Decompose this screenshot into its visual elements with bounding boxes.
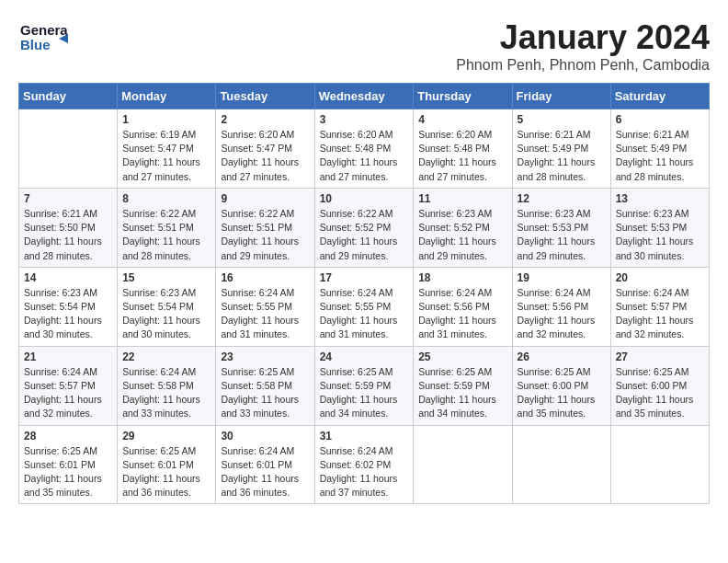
weekday-header-monday: Monday — [118, 84, 216, 109]
day-info: Sunrise: 6:19 AM Sunset: 5:47 PM Dayligh… — [122, 128, 210, 184]
calendar-week-1: 7Sunrise: 6:21 AM Sunset: 5:50 PM Daylig… — [19, 188, 710, 267]
day-info: Sunrise: 6:25 AM Sunset: 6:01 PM Dayligh… — [122, 444, 210, 500]
day-number: 24 — [320, 350, 409, 363]
calendar-cell: 16Sunrise: 6:24 AM Sunset: 5:55 PM Dayli… — [216, 267, 314, 346]
day-info: Sunrise: 6:24 AM Sunset: 5:57 PM Dayligh… — [24, 365, 112, 421]
calendar-week-3: 21Sunrise: 6:24 AM Sunset: 5:57 PM Dayli… — [19, 346, 710, 425]
day-number: 31 — [320, 430, 409, 442]
calendar-cell — [19, 109, 118, 189]
day-info: Sunrise: 6:25 AM Sunset: 6:01 PM Dayligh… — [24, 444, 112, 500]
day-info: Sunrise: 6:24 AM Sunset: 5:57 PM Dayligh… — [616, 286, 704, 342]
calendar-cell: 27Sunrise: 6:25 AM Sunset: 6:00 PM Dayli… — [610, 346, 709, 425]
day-number: 4 — [418, 113, 506, 126]
day-info: Sunrise: 6:21 AM Sunset: 5:49 PM Dayligh… — [518, 128, 606, 184]
day-number: 2 — [221, 113, 309, 126]
day-info: Sunrise: 6:21 AM Sunset: 5:50 PM Dayligh… — [24, 207, 112, 263]
day-number: 5 — [518, 113, 606, 126]
day-info: Sunrise: 6:25 AM Sunset: 5:59 PM Dayligh… — [320, 365, 409, 421]
calendar-cell: 25Sunrise: 6:25 AM Sunset: 5:59 PM Dayli… — [414, 346, 512, 425]
day-number: 14 — [24, 271, 112, 284]
day-number: 17 — [320, 271, 409, 284]
day-info: Sunrise: 6:25 AM Sunset: 5:59 PM Dayligh… — [418, 365, 506, 421]
day-info: Sunrise: 6:25 AM Sunset: 5:58 PM Dayligh… — [221, 365, 309, 421]
logo: General Blue — [18, 18, 74, 59]
day-number: 30 — [221, 430, 309, 442]
day-info: Sunrise: 6:22 AM Sunset: 5:52 PM Dayligh… — [320, 207, 409, 263]
calendar-cell: 26Sunrise: 6:25 AM Sunset: 6:00 PM Dayli… — [512, 346, 610, 425]
calendar-subtitle: Phnom Penh, Phnom Penh, Cambodia — [456, 57, 710, 74]
logo-icon: General Blue — [18, 18, 68, 59]
day-info: Sunrise: 6:20 AM Sunset: 5:48 PM Dayligh… — [418, 128, 506, 184]
day-info: Sunrise: 6:22 AM Sunset: 5:51 PM Dayligh… — [221, 207, 309, 263]
calendar-week-2: 14Sunrise: 6:23 AM Sunset: 5:54 PM Dayli… — [19, 267, 710, 346]
svg-text:Blue: Blue — [20, 37, 51, 52]
day-number: 6 — [616, 113, 704, 126]
day-info: Sunrise: 6:25 AM Sunset: 6:00 PM Dayligh… — [518, 365, 606, 421]
calendar-cell: 31Sunrise: 6:24 AM Sunset: 6:02 PM Dayli… — [314, 425, 414, 504]
calendar-cell: 20Sunrise: 6:24 AM Sunset: 5:57 PM Dayli… — [610, 267, 709, 346]
calendar-cell: 4Sunrise: 6:20 AM Sunset: 5:48 PM Daylig… — [414, 109, 512, 189]
calendar-cell — [414, 425, 512, 504]
day-info: Sunrise: 6:23 AM Sunset: 5:54 PM Dayligh… — [24, 286, 112, 342]
calendar-cell: 30Sunrise: 6:24 AM Sunset: 6:01 PM Dayli… — [216, 425, 314, 504]
calendar-cell: 29Sunrise: 6:25 AM Sunset: 6:01 PM Dayli… — [118, 425, 216, 504]
day-info: Sunrise: 6:24 AM Sunset: 6:01 PM Dayligh… — [221, 444, 309, 500]
day-number: 10 — [320, 192, 409, 205]
day-number: 25 — [418, 350, 506, 363]
day-number: 20 — [616, 271, 704, 284]
calendar-cell: 14Sunrise: 6:23 AM Sunset: 5:54 PM Dayli… — [19, 267, 118, 346]
calendar-cell: 9Sunrise: 6:22 AM Sunset: 5:51 PM Daylig… — [216, 188, 314, 267]
calendar-cell: 5Sunrise: 6:21 AM Sunset: 5:49 PM Daylig… — [512, 109, 610, 189]
day-number: 19 — [518, 271, 606, 284]
day-number: 23 — [221, 350, 309, 363]
day-number: 8 — [122, 192, 210, 205]
day-info: Sunrise: 6:22 AM Sunset: 5:51 PM Dayligh… — [122, 207, 210, 263]
day-info: Sunrise: 6:24 AM Sunset: 5:58 PM Dayligh… — [122, 365, 210, 421]
calendar-cell: 7Sunrise: 6:21 AM Sunset: 5:50 PM Daylig… — [19, 188, 118, 267]
day-info: Sunrise: 6:20 AM Sunset: 5:47 PM Dayligh… — [221, 128, 309, 184]
day-info: Sunrise: 6:24 AM Sunset: 5:55 PM Dayligh… — [320, 286, 409, 342]
calendar-cell — [610, 425, 709, 504]
day-info: Sunrise: 6:23 AM Sunset: 5:53 PM Dayligh… — [616, 207, 704, 263]
calendar-cell: 6Sunrise: 6:21 AM Sunset: 5:49 PM Daylig… — [610, 109, 709, 189]
day-number: 1 — [122, 113, 210, 126]
day-number: 27 — [616, 350, 704, 363]
day-number: 3 — [320, 113, 409, 126]
weekday-header-wednesday: Wednesday — [314, 84, 414, 109]
calendar-week-4: 28Sunrise: 6:25 AM Sunset: 6:01 PM Dayli… — [19, 425, 710, 504]
day-number: 7 — [24, 192, 112, 205]
calendar-cell: 17Sunrise: 6:24 AM Sunset: 5:55 PM Dayli… — [314, 267, 414, 346]
calendar-cell: 3Sunrise: 6:20 AM Sunset: 5:48 PM Daylig… — [314, 109, 414, 189]
day-info: Sunrise: 6:20 AM Sunset: 5:48 PM Dayligh… — [320, 128, 409, 184]
calendar-table: SundayMondayTuesdayWednesdayThursdayFrid… — [18, 83, 710, 504]
day-number: 18 — [418, 271, 506, 284]
day-number: 12 — [518, 192, 606, 205]
day-number: 22 — [122, 350, 210, 363]
day-number: 29 — [122, 430, 210, 442]
day-number: 15 — [122, 271, 210, 284]
calendar-cell: 15Sunrise: 6:23 AM Sunset: 5:54 PM Dayli… — [118, 267, 216, 346]
weekday-header-row: SundayMondayTuesdayWednesdayThursdayFrid… — [19, 84, 710, 109]
calendar-cell: 23Sunrise: 6:25 AM Sunset: 5:58 PM Dayli… — [216, 346, 314, 425]
calendar-cell: 12Sunrise: 6:23 AM Sunset: 5:53 PM Dayli… — [512, 188, 610, 267]
day-number: 26 — [518, 350, 606, 363]
day-info: Sunrise: 6:24 AM Sunset: 5:56 PM Dayligh… — [418, 286, 506, 342]
calendar-cell: 28Sunrise: 6:25 AM Sunset: 6:01 PM Dayli… — [19, 425, 118, 504]
calendar-cell: 11Sunrise: 6:23 AM Sunset: 5:52 PM Dayli… — [414, 188, 512, 267]
day-info: Sunrise: 6:23 AM Sunset: 5:53 PM Dayligh… — [518, 207, 606, 263]
weekday-header-thursday: Thursday — [414, 84, 512, 109]
calendar-cell: 13Sunrise: 6:23 AM Sunset: 5:53 PM Dayli… — [610, 188, 709, 267]
day-info: Sunrise: 6:25 AM Sunset: 6:00 PM Dayligh… — [616, 365, 704, 421]
calendar-cell: 1Sunrise: 6:19 AM Sunset: 5:47 PM Daylig… — [118, 109, 216, 189]
day-number: 13 — [616, 192, 704, 205]
calendar-cell — [512, 425, 610, 504]
day-number: 11 — [418, 192, 506, 205]
calendar-cell: 24Sunrise: 6:25 AM Sunset: 5:59 PM Dayli… — [314, 346, 414, 425]
title-block: January 2024 Phnom Penh, Phnom Penh, Cam… — [456, 18, 710, 74]
calendar-cell: 10Sunrise: 6:22 AM Sunset: 5:52 PM Dayli… — [314, 188, 414, 267]
calendar-cell: 8Sunrise: 6:22 AM Sunset: 5:51 PM Daylig… — [118, 188, 216, 267]
day-number: 16 — [221, 271, 309, 284]
svg-text:General: General — [20, 22, 68, 38]
calendar-cell: 2Sunrise: 6:20 AM Sunset: 5:47 PM Daylig… — [216, 109, 314, 189]
calendar-cell: 19Sunrise: 6:24 AM Sunset: 5:56 PM Dayli… — [512, 267, 610, 346]
